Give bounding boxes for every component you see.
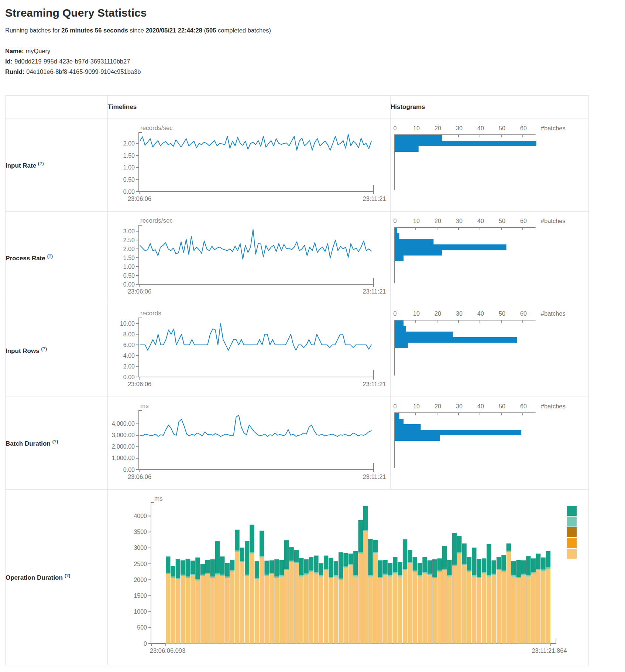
- input-rows-histogram-chart: 0102030405060#batches: [391, 304, 588, 397]
- input-rows-timeline-chart: records10.008.006.004.002.000.0023:06:06…: [108, 304, 390, 397]
- svg-text:23:06:06: 23:06:06: [128, 288, 151, 295]
- svg-text:20: 20: [435, 125, 441, 131]
- svg-text:1.00: 1.00: [123, 164, 135, 171]
- svg-text:1500: 1500: [134, 593, 147, 599]
- table-header-row: Timelines Histograms: [6, 96, 589, 119]
- input-rows-timeline-cell: records10.008.006.004.002.000.0023:06:06…: [108, 304, 391, 397]
- process-rate-label-cell: Process Rate(?): [6, 212, 108, 304]
- svg-text:4,000.00: 4,000.00: [112, 421, 135, 427]
- operation-duration-label-cell: Operation Duration(?): [6, 490, 108, 665]
- process-rate-label: Process Rate: [6, 254, 45, 261]
- svg-text:2500: 2500: [134, 561, 147, 567]
- svg-text:0.00: 0.00: [123, 281, 135, 288]
- svg-text:1,000.00: 1,000.00: [112, 455, 135, 461]
- svg-text:records: records: [140, 310, 161, 317]
- svg-text:3,000.00: 3,000.00: [112, 432, 135, 438]
- input-rate-timeline-chart: records/sec2.001.501.000.500.0023:06:062…: [108, 119, 390, 211]
- svg-text:2.00: 2.00: [123, 140, 135, 147]
- query-id-label: Id:: [5, 58, 13, 65]
- svg-text:20: 20: [435, 218, 441, 224]
- query-name-value: myQuery: [25, 48, 50, 54]
- row-batch-duration: Batch Duration(?) ms4,000.003,000.002,00…: [6, 397, 589, 490]
- svg-text:23:06:06: 23:06:06: [128, 473, 151, 480]
- input-rows-help-icon[interactable]: (?): [41, 346, 47, 352]
- svg-text:records/sec: records/sec: [140, 217, 173, 224]
- svg-text:23:11:21.864: 23:11:21.864: [532, 647, 567, 654]
- summary-prefix: Running batches for: [5, 27, 61, 34]
- svg-text:2,000.00: 2,000.00: [112, 443, 135, 450]
- row-input-rows: Input Rows(?) records10.008.006.004.002.…: [6, 304, 589, 397]
- operation-duration-help-icon[interactable]: (?): [65, 573, 70, 578]
- operation-duration-chart-cell: ms4000350030002500200015001000500023:06:…: [108, 490, 589, 665]
- query-runid-line: RunId:04e101e6-8bf8-4165-9099-9104c951ba…: [5, 66, 625, 77]
- histograms-header: Histograms: [391, 96, 589, 119]
- svg-text:23:06:06: 23:06:06: [128, 195, 151, 202]
- svg-text:10: 10: [413, 311, 420, 317]
- input-rows-label: Input Rows: [6, 347, 40, 354]
- process-rate-histogram-chart: 0102030405060#batches: [391, 212, 588, 304]
- svg-text:500: 500: [137, 624, 147, 631]
- process-rate-timeline-cell: records/sec3.002.502.001.501.000.500.002…: [108, 212, 391, 304]
- operation-duration-stacked-chart: ms4000350030002500200015001000500023:06:…: [108, 490, 588, 665]
- input-rate-help-icon[interactable]: (?): [38, 161, 44, 166]
- row-process-rate: Process Rate(?) records/sec3.002.502.001…: [6, 212, 589, 304]
- input-rate-histogram-chart: 0102030405060#batches: [391, 119, 588, 211]
- timelines-header: Timelines: [108, 96, 391, 119]
- batch-duration-help-icon[interactable]: (?): [52, 439, 58, 444]
- svg-text:#batches: #batches: [541, 125, 566, 131]
- svg-text:10: 10: [413, 403, 420, 409]
- svg-text:20: 20: [435, 311, 441, 317]
- svg-text:60: 60: [520, 125, 527, 131]
- input-rate-label: Input Rate: [6, 162, 36, 169]
- svg-text:1.50: 1.50: [123, 152, 135, 159]
- svg-text:2000: 2000: [134, 577, 147, 583]
- svg-text:0: 0: [394, 218, 397, 224]
- svg-text:23:11:21: 23:11:21: [363, 473, 386, 480]
- svg-text:3.00: 3.00: [123, 228, 135, 234]
- svg-text:23:11:21: 23:11:21: [363, 381, 386, 387]
- svg-text:0: 0: [394, 311, 397, 317]
- svg-text:0: 0: [394, 403, 397, 409]
- svg-text:#batches: #batches: [541, 310, 566, 317]
- svg-text:10: 10: [413, 218, 420, 224]
- svg-text:50: 50: [499, 311, 505, 317]
- process-rate-help-icon[interactable]: (?): [47, 254, 53, 259]
- summary-duration: 26 minutes 56 seconds: [61, 27, 128, 34]
- svg-text:60: 60: [520, 403, 527, 409]
- svg-text:23:06:06.093: 23:06:06.093: [150, 647, 185, 654]
- operation-duration-label: Operation Duration: [6, 574, 63, 581]
- svg-text:23:11:21: 23:11:21: [363, 288, 386, 295]
- svg-text:3000: 3000: [134, 545, 147, 551]
- summary-batch-count: 505: [206, 27, 216, 34]
- svg-text:60: 60: [520, 311, 527, 317]
- summary-start-time: 2020/05/21 22:44:28: [146, 27, 202, 34]
- row-input-rate: Input Rate(?) records/sec2.001.501.000.5…: [6, 119, 589, 212]
- svg-text:0.50: 0.50: [123, 272, 135, 279]
- svg-text:1.50: 1.50: [123, 255, 135, 261]
- page-title: Streaming Query Statistics: [5, 7, 625, 19]
- svg-text:#batches: #batches: [541, 217, 566, 224]
- svg-text:0.00: 0.00: [123, 189, 135, 195]
- statistics-table: Timelines Histograms Input Rate(?) recor…: [5, 95, 589, 665]
- batch-duration-timeline-chart: ms4,000.003,000.002,000.001,000.000.0023…: [108, 397, 390, 489]
- input-rate-histogram-cell: 0102030405060#batches: [391, 119, 589, 212]
- svg-text:ms: ms: [140, 402, 149, 409]
- svg-text:40: 40: [477, 125, 484, 131]
- process-rate-histogram-cell: 0102030405060#batches: [391, 212, 589, 304]
- input-rate-timeline-cell: records/sec2.001.501.000.500.0023:06:062…: [108, 119, 391, 212]
- svg-text:2.00: 2.00: [123, 363, 135, 370]
- svg-text:30: 30: [456, 218, 463, 224]
- query-name-line: Name:myQuery: [5, 46, 625, 56]
- svg-text:4.00: 4.00: [123, 353, 135, 359]
- svg-text:40: 40: [477, 218, 484, 224]
- svg-text:records/sec: records/sec: [140, 124, 173, 131]
- batch-duration-histogram-cell: 0102030405060#batches: [391, 397, 589, 490]
- query-id-value: 9d0dd219-995d-423e-b97d-36931110bb27: [14, 58, 130, 65]
- svg-text:1000: 1000: [134, 608, 147, 615]
- batch-duration-histogram-chart: 0102030405060#batches: [391, 397, 588, 489]
- process-rate-timeline-chart: records/sec3.002.502.001.501.000.500.002…: [108, 212, 390, 304]
- svg-text:50: 50: [499, 218, 505, 224]
- svg-text:50: 50: [499, 403, 505, 409]
- svg-text:30: 30: [456, 311, 463, 317]
- svg-text:2.00: 2.00: [123, 246, 135, 252]
